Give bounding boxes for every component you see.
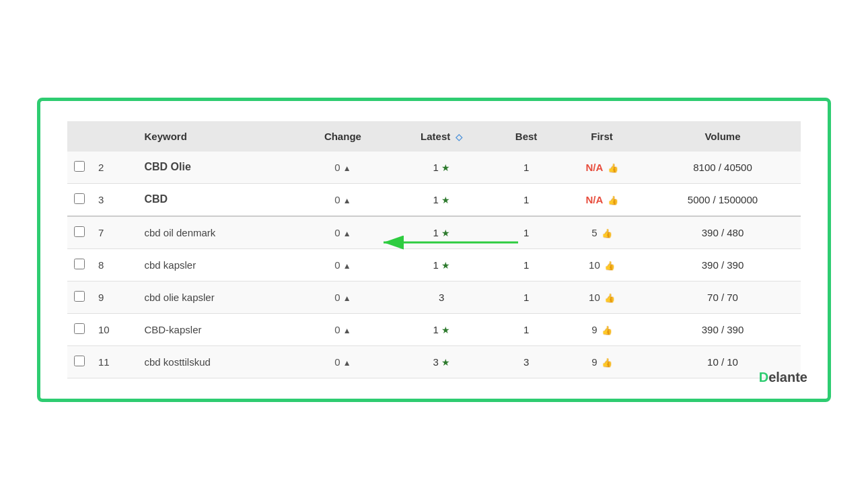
row-change: 0 ▲ xyxy=(295,216,390,249)
table-row: 11cbd kosttilskud0 ▲3 ★39 👍10 / 10 xyxy=(67,345,801,378)
row-latest: 1 ★ xyxy=(390,152,493,184)
thumb-icon: 👍 xyxy=(604,261,615,271)
row-first: 9 👍 xyxy=(559,345,645,378)
col-keyword: Keyword xyxy=(137,121,295,152)
row-latest: 3 ★ xyxy=(390,345,493,378)
col-first: First xyxy=(559,121,645,152)
table-row: 2CBD Olie0 ▲1 ★1N/A 👍8100 / 40500 xyxy=(67,152,801,184)
row-best: 1 xyxy=(493,152,559,184)
row-rank: 2 xyxy=(92,152,137,184)
row-change: 0 ▲ xyxy=(295,248,390,281)
row-checkbox[interactable] xyxy=(74,291,85,302)
arrow-up-icon: ▲ xyxy=(343,261,351,271)
row-first: 10 👍 xyxy=(559,248,645,281)
row-checkbox-cell xyxy=(67,248,92,281)
thumb-icon: 👍 xyxy=(608,163,618,173)
col-checkbox xyxy=(67,121,92,152)
row-checkbox-cell xyxy=(67,183,92,216)
row-checkbox-cell xyxy=(67,152,92,184)
row-volume: 390 / 480 xyxy=(645,216,801,249)
row-volume: 390 / 390 xyxy=(645,248,801,281)
row-best: 3 xyxy=(493,345,559,378)
row-keyword: CBD xyxy=(137,183,295,216)
row-checkbox[interactable] xyxy=(74,193,85,204)
na-label: N/A xyxy=(586,162,604,173)
na-label: N/A xyxy=(586,194,604,205)
row-change: 0 ▲ xyxy=(295,183,390,216)
table-header: Keyword Change Latest ◇ Best First Volum… xyxy=(67,121,801,152)
star-icon: ★ xyxy=(441,195,450,205)
thumb-icon: 👍 xyxy=(608,195,618,205)
row-checkbox[interactable] xyxy=(74,323,85,334)
row-checkbox[interactable] xyxy=(74,226,85,237)
row-rank: 11 xyxy=(92,345,137,378)
thumb-icon: 👍 xyxy=(602,358,612,368)
row-checkbox[interactable] xyxy=(74,356,85,366)
star-icon: ★ xyxy=(441,228,450,238)
row-keyword: cbd olie kapsler xyxy=(137,281,295,313)
row-latest: 3 xyxy=(390,281,493,313)
row-checkbox-cell xyxy=(67,345,92,378)
star-icon: ★ xyxy=(441,325,450,335)
sort-icon[interactable]: ◇ xyxy=(456,132,462,142)
arrow-up-icon: ▲ xyxy=(343,229,351,238)
delante-logo: Delante xyxy=(759,370,807,385)
row-first: 10 👍 xyxy=(559,281,645,313)
row-change: 0 ▲ xyxy=(295,152,390,184)
thumb-icon: 👍 xyxy=(602,228,612,238)
row-checkbox-cell xyxy=(67,313,92,345)
row-rank: 9 xyxy=(92,281,137,313)
col-change: Change xyxy=(295,121,390,152)
row-volume: 390 / 390 xyxy=(645,313,801,345)
row-first: N/A 👍 xyxy=(559,183,645,216)
row-keyword: cbd kosttilskud xyxy=(137,345,295,378)
table-row: 8cbd kapsler0 ▲1 ★110 👍390 / 390 xyxy=(67,248,801,281)
arrow-up-icon: ▲ xyxy=(343,196,351,205)
row-first: N/A 👍 xyxy=(559,152,645,184)
table-row: 10CBD-kapsler0 ▲1 ★19 👍390 / 390 xyxy=(67,313,801,345)
row-latest: 1 ★ xyxy=(390,313,493,345)
row-change: 0 ▲ xyxy=(295,345,390,378)
row-checkbox-cell xyxy=(67,216,92,249)
row-keyword: CBD-kapsler xyxy=(137,313,295,345)
arrow-up-icon: ▲ xyxy=(343,358,351,368)
row-rank: 10 xyxy=(92,313,137,345)
star-icon: ★ xyxy=(441,260,450,271)
star-icon: ★ xyxy=(441,162,450,173)
row-rank: 7 xyxy=(92,216,137,249)
thumb-icon: 👍 xyxy=(604,293,615,303)
table-row: 3CBD0 ▲1 ★1N/A 👍5000 / 1500000 xyxy=(67,183,801,216)
row-keyword: cbd kapsler xyxy=(137,248,295,281)
main-container: Keyword Change Latest ◇ Best First Volum… xyxy=(37,98,831,402)
row-rank: 3 xyxy=(92,183,137,216)
row-latest: 1 ★ xyxy=(390,248,493,281)
row-latest: 1 ★ xyxy=(390,216,493,249)
col-rank xyxy=(92,121,137,152)
row-best: 1 xyxy=(493,183,559,216)
row-checkbox[interactable] xyxy=(74,161,85,172)
row-best: 1 xyxy=(493,281,559,313)
row-best: 1 xyxy=(493,216,559,249)
table-row: 9cbd olie kapsler0 ▲3110 👍70 / 70 xyxy=(67,281,801,313)
col-latest: Latest ◇ xyxy=(390,121,493,152)
thumb-icon: 👍 xyxy=(602,325,612,335)
row-change: 0 ▲ xyxy=(295,281,390,313)
col-best: Best xyxy=(493,121,559,152)
row-latest: 1 ★ xyxy=(390,183,493,216)
row-keyword: cbd oil denmark xyxy=(137,216,295,249)
row-best: 1 xyxy=(493,248,559,281)
row-first: 5 👍 xyxy=(559,216,645,249)
row-keyword: CBD Olie xyxy=(137,152,295,184)
star-icon: ★ xyxy=(441,357,450,368)
row-checkbox[interactable] xyxy=(74,259,85,269)
row-best: 1 xyxy=(493,313,559,345)
arrow-up-icon: ▲ xyxy=(343,294,351,303)
row-volume: 70 / 70 xyxy=(645,281,801,313)
row-volume: 5000 / 1500000 xyxy=(645,183,801,216)
table-row: 7cbd oil denmark0 ▲1 ★15 👍390 / 480 xyxy=(67,216,801,249)
row-rank: 8 xyxy=(92,248,137,281)
arrow-up-icon: ▲ xyxy=(343,164,351,173)
row-change: 0 ▲ xyxy=(295,313,390,345)
row-checkbox-cell xyxy=(67,281,92,313)
arrow-up-icon: ▲ xyxy=(343,326,351,335)
